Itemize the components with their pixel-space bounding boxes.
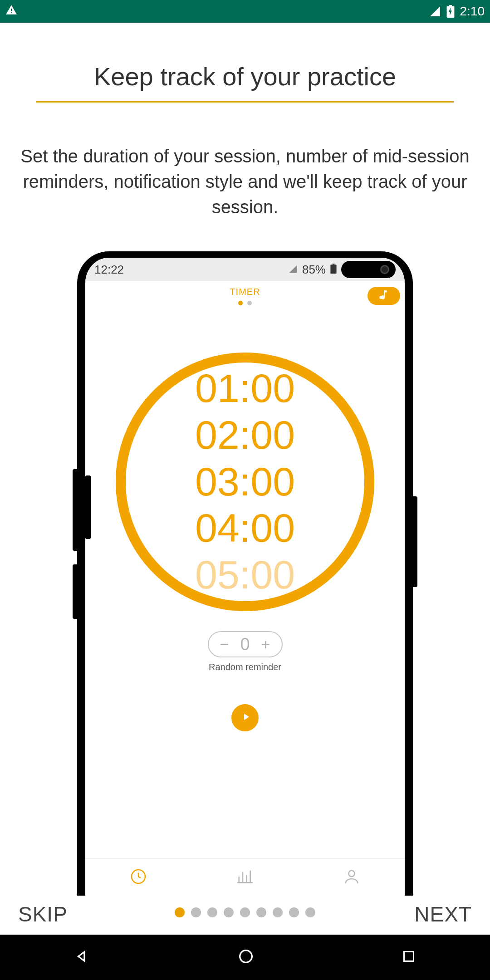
camera-cutout [341,261,396,278]
preview-status-bar: 12:22 85% [85,258,405,281]
svg-rect-2 [330,265,336,274]
page-dot [207,907,217,917]
preview-battery-pct: 85% [302,263,326,277]
preview-tab-bar [85,858,405,896]
music-button[interactable] [368,287,400,305]
skip-button[interactable]: SKIP [18,902,68,926]
preview-timer-header: TIMER [85,287,405,305]
phone-preview: 12:22 85% TIMER [77,251,413,896]
onboarding-page: Keep track of your practice Set the dura… [0,23,490,935]
status-time: 2:10 [460,4,485,19]
svg-point-5 [348,870,354,876]
onboarding-pagination [175,907,315,917]
page-subtitle: Set the duration of your session, number… [16,143,474,220]
page-dot [240,907,250,917]
battery-charging-icon [446,5,455,18]
svg-rect-3 [333,264,334,265]
recents-icon[interactable] [401,948,417,966]
music-icon [378,289,390,303]
timer-value: 03:00 [195,460,295,504]
page-dot [289,907,299,917]
svg-rect-7 [404,952,414,961]
android-status-bar: 2:10 [0,0,490,23]
svg-rect-1 [449,5,452,6]
page-dot [175,907,185,917]
back-icon[interactable] [73,947,91,967]
profile-icon[interactable] [343,867,361,887]
page-dot [273,907,283,917]
play-button[interactable] [231,704,259,731]
home-icon[interactable] [237,947,255,967]
battery-icon [330,263,337,277]
reminder-stepper[interactable]: − 0 + [208,631,283,657]
page-dot [305,907,315,917]
page-title: Keep track of your practice [94,62,396,91]
svg-point-6 [240,951,252,963]
preview-timer-label: TIMER [85,287,405,297]
reminder-value: 0 [240,635,250,654]
play-icon [239,711,251,724]
page-dot [256,907,266,917]
android-nav-bar [0,935,490,980]
preview-reminder-stepper: − 0 + Random reminder [85,631,405,672]
minus-icon[interactable]: − [220,636,229,653]
timer-value: 02:00 [195,413,295,457]
timer-value: 01:00 [195,367,295,411]
reminder-label: Random reminder [209,662,281,672]
preview-timer-picker[interactable]: 01:00 02:00 03:00 04:00 05:00 [116,353,374,611]
page-dot [224,907,234,917]
preview-status-time: 12:22 [94,263,124,277]
signal-icon [289,263,298,277]
page-dot [191,907,201,917]
next-button[interactable]: NEXT [414,902,472,926]
timer-value: 05:00 [195,553,295,597]
stats-icon[interactable] [236,867,254,887]
timer-value: 04:00 [195,506,295,550]
plus-icon[interactable]: + [261,636,270,653]
preview-header-dots [85,301,405,305]
clock-icon[interactable] [129,867,147,887]
signal-icon [429,5,441,17]
warning-icon [5,4,17,19]
title-underline [36,101,454,103]
